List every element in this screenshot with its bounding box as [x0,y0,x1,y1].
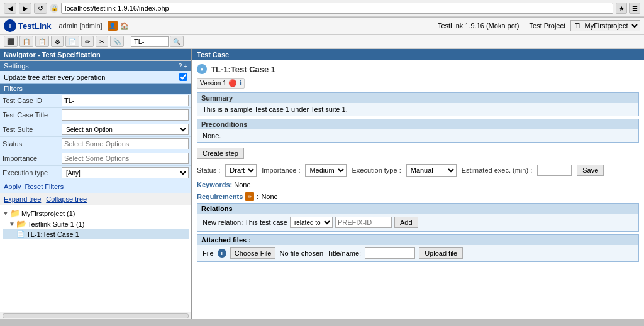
execution-type-select[interactable]: Manual Automated [406,164,457,177]
tree-item-project[interactable]: ▼ 📁 MyFirstproject (1) [3,208,189,219]
filter-input-title[interactable] [62,109,189,121]
toolbar-row: ⬛ 📋 📋 ⚙ 📄 ✏ ✂ 📎 🔍 [0,35,644,49]
project-select[interactable]: TL MyFirstproject [570,20,640,31]
attached-files-header: Attached files : [197,235,638,245]
user-icon[interactable]: 👤 [108,21,118,31]
filter-input-id[interactable] [62,95,189,106]
version-edit-icon[interactable]: 🔴 [228,79,237,87]
requirements-row: Requirements ✏ : None [197,190,639,203]
collapse-tree-button[interactable]: Collapse tree [46,195,87,203]
filter-input-status[interactable] [62,138,189,149]
version-label: Version 1 [200,80,226,87]
relation-id-input[interactable] [335,217,392,228]
filter-input-importance[interactable] [62,153,189,164]
filter-label-title: Test Case Title [3,111,59,119]
project-toggle-icon: ▼ [3,210,9,217]
testlink-logo: T TestLink [4,19,52,32]
toolbar-btn-3[interactable]: 📋 [35,36,49,47]
reset-filters-button[interactable]: Reset Filters [25,183,64,190]
toolbar-btn-2[interactable]: 📋 [19,36,33,47]
preconditions-section: Preconditions None. [197,119,639,143]
preconditions-header: Preconditions [197,119,638,129]
logo-text: TestLink [18,21,52,31]
back-button[interactable]: ◀ [4,3,16,14]
toolbar-search: 🔍 [131,36,184,47]
new-relation-label: New relation: This test case [203,219,287,226]
filters-collapse-icon[interactable]: − [184,85,187,92]
testcase-file-icon: 📄 [16,230,25,238]
req-value: None [261,193,277,200]
save-button[interactable]: Save [577,165,604,176]
importance-select[interactable]: Medium Low High [305,164,347,177]
toolbar-btn-8[interactable]: 📎 [110,36,124,47]
home-icon[interactable]: 🏠 [119,21,130,31]
version-info-icon[interactable]: ℹ [239,79,242,87]
preconditions-body: None. [197,129,638,142]
filter-label-status: Status [3,140,59,148]
file-info-icon[interactable]: i [218,249,226,258]
reload-button[interactable]: ↺ [34,3,47,14]
star-icon[interactable]: ★ [616,3,627,14]
summary-header: Summary [197,93,638,103]
suite-folder-icon: 📂 [16,219,26,229]
summary-section: Summary This is a sample Test case 1 und… [197,92,639,116]
tree-item-testcase[interactable]: 📄 TL-1:Test Case 1 [3,229,189,239]
relations-section: Relations New relation: This test case r… [197,203,639,232]
settings-body: Update tree after every operation [0,71,191,83]
keywords-value: None [234,181,250,188]
filters-section: Filters − Test Case ID Test Case Title T… [0,84,191,193]
req-label: Requirements [197,193,243,200]
estimated-input[interactable] [537,165,572,176]
suite-label: Testlink Suite 1 (1) [28,220,84,228]
filters-header: Filters − [0,84,191,94]
req-edit-icon[interactable]: ✏ [245,192,254,201]
filter-row-importance: Importance [0,151,191,166]
execution-type-label: Execution type : [352,166,401,174]
filter-row-execution: Execution type [Any] [0,166,191,180]
status-row: Status : Draft Final Importance : Medium… [197,161,639,179]
header-icons: 👤 🏠 [108,21,130,31]
filter-label-suite: Test Suite [3,126,59,133]
keywords-label: Keywords: [197,181,232,188]
filter-label-importance: Importance [3,155,59,162]
toolbar-btn-6[interactable]: ✏ [81,36,94,47]
status-select[interactable]: Draft Final [225,164,257,177]
summary-content: This is a sample Test case 1 under Test … [203,106,348,113]
url-bar[interactable] [61,3,613,14]
forward-button[interactable]: ▶ [19,3,31,14]
summary-body: This is a sample Test case 1 under Test … [197,103,638,116]
attached-files-section: Attached files : File i Choose File No f… [197,234,639,262]
req-colon: : [257,193,258,200]
settings-header: Settings ? + [0,61,191,71]
keywords-row: Keywords: None [197,179,639,190]
toolbar-btn-5[interactable]: 📄 [65,36,79,47]
upload-file-button[interactable]: Upload file [419,247,463,259]
expand-tree-button[interactable]: Expand tree [4,195,41,203]
left-panel: Navigator - Test Specification Settings … [0,49,192,319]
settings-title: Settings [4,62,29,70]
update-tree-checkbox[interactable] [179,73,187,81]
filter-select-suite[interactable]: Select an Option [62,124,189,135]
create-step-button[interactable]: Create step [197,148,244,159]
toolbar-btn-4[interactable]: ⚙ [51,36,64,47]
tree-item-suite[interactable]: ▼ 📂 Testlink Suite 1 (1) [3,219,189,229]
menu-icon[interactable]: ☰ [629,3,640,14]
status-label: Status : [197,166,220,174]
case-title: ● TL-1:Test Case 1 [197,64,639,74]
settings-icons: ? + [179,63,187,70]
left-scrollbar-h[interactable] [3,313,189,318]
filter-select-execution[interactable]: [Any] [62,167,189,178]
choose-file-button[interactable]: Choose File [230,247,276,259]
toolbar-btn-1[interactable]: ⬛ [4,36,18,47]
search-button[interactable]: 🔍 [170,36,184,47]
relation-select[interactable]: related to [290,217,333,228]
toolbar-btn-7[interactable]: ✂ [96,36,108,47]
filter-row-testcaseid: Test Case ID [0,94,191,108]
add-relation-button[interactable]: Add [394,217,418,228]
search-input[interactable] [131,36,169,47]
title-name-input[interactable] [365,247,415,259]
logo-icon: T [4,19,16,32]
apply-button[interactable]: Apply [4,183,21,190]
case-title-icon: ● [197,64,207,74]
suite-toggle-icon: ▼ [9,220,15,227]
